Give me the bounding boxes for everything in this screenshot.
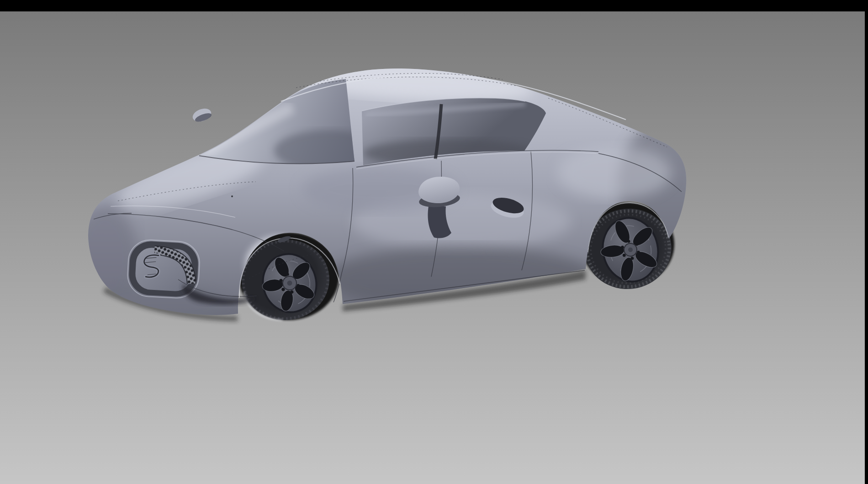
app-window [0, 0, 868, 484]
letterbox-right-bar [865, 0, 868, 484]
letterbox-top-bar [0, 0, 868, 11]
surface-point-marker [231, 195, 233, 197]
viewport-3d[interactable] [0, 0, 868, 484]
